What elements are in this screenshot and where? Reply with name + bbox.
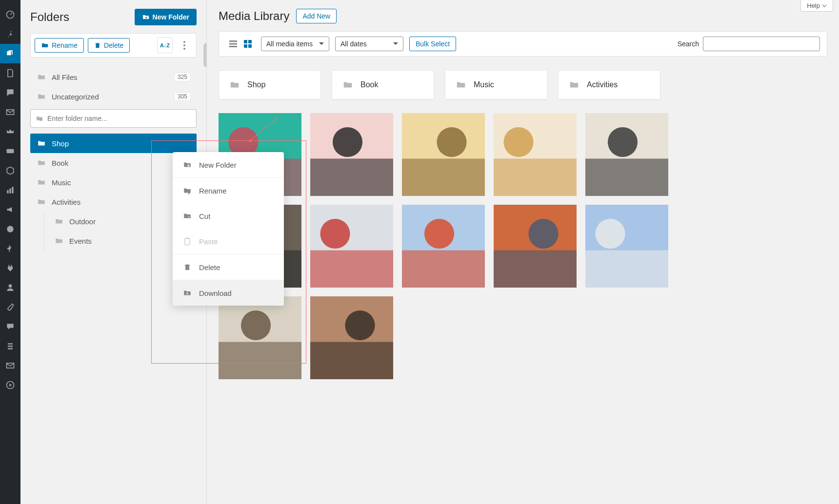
folder-tree-item[interactable]: Shop [30,134,197,153]
context-menu-folder-plus[interactable]: New Folder [173,152,284,177]
media-thumbnail[interactable] [310,205,393,288]
uncategorized-item[interactable]: Uncategorized 305 [30,87,197,106]
folder-card[interactable]: Activities [558,70,660,99]
context-menu-download[interactable]: Download [173,280,284,306]
cut-icon [182,211,192,221]
megaphone-icon[interactable] [0,200,20,219]
media-thumbnail[interactable] [219,296,301,379]
plug-icon[interactable] [0,258,20,278]
folder-icon [36,138,47,148]
woo-icon[interactable] [0,141,20,161]
all-files-label: All Files [52,73,174,81]
folder-card[interactable]: Book [332,70,434,99]
folder-plus-icon [182,160,192,170]
grid-view-icon[interactable] [240,37,255,51]
folder-tree: ShopBookMusicActivitiesOutdoorEvents [30,134,197,251]
folder-icon [54,236,64,246]
svg-rect-21 [229,40,237,42]
folder-tree-item[interactable]: Book [30,153,197,173]
help-tab[interactable]: Help [800,0,833,12]
sort-button[interactable]: A↓Z [157,38,173,53]
media-thumbnail[interactable] [402,205,485,288]
list-view-icon[interactable] [226,37,240,51]
bulk-select-label: Bulk Select [416,40,450,48]
context-menu-label: Paste [199,237,218,246]
media-thumbnail[interactable] [310,296,393,379]
context-menu-cut[interactable]: Cut [173,203,284,229]
pin-icon[interactable] [0,24,20,44]
media-grid [219,113,827,379]
svg-rect-24 [244,40,247,43]
folder-tree-item[interactable]: Music [30,173,197,192]
plugins-icon[interactable] [0,239,20,258]
folder-card-label: Activities [587,80,618,89]
comment-alt-icon[interactable] [0,317,20,336]
folder-icon [36,158,47,168]
svg-rect-36 [402,159,485,196]
context-menu-label: Rename [199,187,227,195]
home-folder-icon [36,72,47,82]
media-thumbnail[interactable] [585,113,668,196]
media-thumbnail[interactable] [402,113,485,196]
context-menu-paste: Paste [173,229,284,254]
media-thumbnail[interactable] [310,113,393,196]
folder-card-label: Shop [247,80,265,89]
folder-search-input[interactable] [44,111,192,126]
settings-icon[interactable] [0,336,20,356]
folder-icon [342,79,354,90]
svg-rect-63 [310,342,393,380]
crown-icon[interactable] [0,122,20,141]
filter-type-select[interactable]: All media items [261,37,329,51]
context-menu-rename[interactable]: Rename [173,178,284,203]
media-thumbnail[interactable] [585,205,668,288]
filter-date-select[interactable]: All dates [335,37,403,51]
media-search-input[interactable] [703,37,820,51]
messenger-icon[interactable] [0,219,20,239]
svg-point-38 [503,127,533,157]
folder-tree-item[interactable]: Events [30,231,197,251]
folder-icon [54,216,64,226]
folder-card[interactable]: Shop [219,70,321,99]
dashboard-icon[interactable] [0,5,20,24]
tools-icon[interactable] [0,297,20,317]
analytics-icon[interactable] [0,180,20,200]
media-icon[interactable] [0,44,20,63]
folder-card-row: ShopBookMusicActivities [219,70,827,99]
svg-rect-51 [402,251,485,288]
svg-rect-9 [8,346,13,347]
rename-button[interactable]: Rename [35,38,84,53]
svg-point-6 [7,226,13,232]
delete-button[interactable]: Delete [88,38,130,53]
folder-icon [36,177,47,187]
comments-icon[interactable] [0,83,20,102]
folder-tree-item[interactable]: Activities [30,192,197,212]
context-menu-label: Delete [199,263,220,271]
folder-card[interactable]: Music [445,70,547,99]
more-icon[interactable] [177,38,192,53]
folder-search[interactable] [30,109,197,128]
package-icon[interactable] [0,161,20,180]
mail2-icon[interactable] [0,356,20,375]
folder-card-label: Music [474,80,494,89]
folder-card-label: Book [360,80,378,89]
folder-label: Book [52,159,191,167]
folder-label: Music [52,178,191,187]
mail-icon[interactable] [0,102,20,122]
folder-tree-item[interactable]: Outdoor [30,212,197,231]
new-folder-button[interactable]: New Folder [135,9,197,25]
add-new-button[interactable]: Add New [296,9,337,23]
svg-rect-26 [244,44,247,48]
media-thumbnail[interactable] [494,113,577,196]
svg-point-47 [320,219,350,249]
uncategorized-count: 305 [174,92,191,101]
uncategorized-label: Uncategorized [52,93,174,101]
users-icon[interactable] [0,278,20,297]
svg-point-62 [345,310,375,340]
bulk-select-button[interactable]: Bulk Select [409,37,456,51]
svg-rect-22 [229,43,237,45]
all-files-item[interactable]: All Files 325 [30,67,197,87]
play-icon[interactable] [0,375,20,395]
media-thumbnail[interactable] [494,205,577,288]
context-menu-trash[interactable]: Delete [173,254,284,280]
pages-icon[interactable] [0,63,20,83]
